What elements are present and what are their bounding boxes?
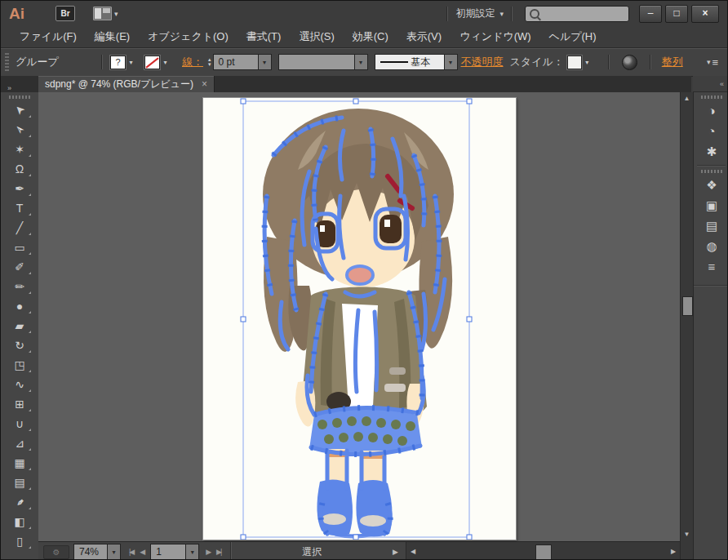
traced-artwork-object[interactable] xyxy=(203,98,516,540)
bridge-button[interactable]: Br xyxy=(55,6,75,21)
last-artboard-icon[interactable]: ▶| xyxy=(215,548,222,556)
artboard[interactable] xyxy=(202,97,517,540)
brush-definition-combo[interactable]: 基本 ▾ xyxy=(375,54,458,70)
menu-item[interactable]: 表示(V) xyxy=(397,26,451,47)
canvas-pasteboard[interactable] xyxy=(38,92,680,541)
blob-brush-tool[interactable]: ● xyxy=(6,296,33,316)
stroke-weight-stepper[interactable]: ▴ ▾ xyxy=(208,57,211,67)
direct-selection-tool[interactable]: ➢ xyxy=(6,120,33,140)
stroke-dropdown-icon[interactable]: ▾ xyxy=(160,56,171,69)
rotate-tool[interactable]: ↻ xyxy=(6,336,33,355)
zoom-level-combo[interactable]: 74% ▾ xyxy=(73,544,121,560)
menu-item[interactable]: ヘルプ(H) xyxy=(540,26,606,47)
scroll-up-icon[interactable]: ▲ xyxy=(681,92,693,105)
vertical-scrollbar[interactable]: ▲ ▼ xyxy=(680,92,693,541)
menu-item[interactable]: ファイル(F) xyxy=(11,26,86,47)
minimize-button[interactable]: – xyxy=(639,5,662,23)
edit-colors-panel[interactable]: ✱ xyxy=(694,141,728,162)
type-tool[interactable]: T xyxy=(6,198,33,218)
graphic-style-swatch[interactable] xyxy=(567,56,582,69)
search-input[interactable] xyxy=(539,9,628,19)
chevron-down-icon[interactable]: ▾ xyxy=(107,544,120,559)
lasso-tool[interactable]: Ω xyxy=(6,159,33,179)
close-button[interactable]: × xyxy=(691,5,719,23)
chevron-down-icon[interactable]: ▾ xyxy=(354,55,367,69)
stroke-panel[interactable]: ≡ xyxy=(694,256,728,277)
stroke-weight-combo[interactable]: 0 pt ▾ xyxy=(213,54,272,70)
first-artboard-icon[interactable]: |◀ xyxy=(127,548,135,556)
gradient-tool[interactable]: ▤ xyxy=(6,473,33,492)
style-dropdown-icon[interactable]: ▾ xyxy=(582,56,593,69)
fill-color-swatch[interactable]: ? xyxy=(110,56,126,69)
workspace-switcher[interactable]: 初期設定 ▾ xyxy=(455,7,504,20)
panel-drag-dots-icon[interactable] xyxy=(701,170,722,173)
transparency-panel[interactable]: ◍ xyxy=(694,236,728,256)
menu-item[interactable]: 編集(E) xyxy=(86,26,139,47)
eyedropper-tool-icon: ✒ xyxy=(13,496,27,509)
selection-tool[interactable]: ➤ xyxy=(6,100,33,120)
color-panel[interactable]: ◑ xyxy=(694,100,728,121)
control-panel-menu-button[interactable]: ▾ ≡ xyxy=(707,56,717,69)
free-transform-tool[interactable]: ⊞ xyxy=(6,394,33,414)
mesh-tool[interactable]: ▦ xyxy=(6,453,33,473)
menu-item[interactable]: オブジェクト(O) xyxy=(139,26,237,47)
chevron-down-icon[interactable]: ▾ xyxy=(185,544,198,559)
status-menu-icon[interactable]: ▶ xyxy=(393,548,406,556)
pen-tool[interactable]: ✒ xyxy=(6,179,33,198)
scroll-left-icon[interactable]: ◀ xyxy=(406,542,419,560)
pen-tool-icon: ✒ xyxy=(15,183,24,194)
paintbrush-tool[interactable]: ✐ xyxy=(6,257,33,277)
menu-item[interactable]: ウィンドウ(W) xyxy=(451,26,539,47)
fill-dropdown-icon[interactable]: ▾ xyxy=(126,56,136,69)
horizontal-scrollbar-thumb[interactable] xyxy=(535,544,552,560)
panel-drag-dots-icon[interactable] xyxy=(701,96,722,99)
dock-expand-button[interactable]: « xyxy=(693,76,728,92)
scale-tool[interactable]: ◳ xyxy=(6,355,33,375)
maximize-button[interactable]: □ xyxy=(665,5,688,23)
perspective-grid-tool[interactable]: ⊿ xyxy=(6,433,33,453)
stepper-down-icon[interactable]: ▾ xyxy=(208,62,211,67)
menu-item[interactable]: 選択(S) xyxy=(290,26,343,47)
artboards-panel[interactable]: ▣ xyxy=(694,195,728,216)
scroll-down-icon[interactable]: ▼ xyxy=(681,528,693,541)
panel-drag-dots-icon[interactable] xyxy=(9,96,30,99)
color-guide-panel[interactable]: ◔ xyxy=(694,121,728,141)
next-artboard-icon[interactable]: ▶ xyxy=(204,548,211,556)
chevron-down-icon[interactable]: ▾ xyxy=(444,55,457,69)
menu-item[interactable]: 効果(C) xyxy=(344,26,397,47)
stroke-color-swatch[interactable] xyxy=(144,56,160,69)
free-transform-tool-icon: ⊞ xyxy=(15,398,24,410)
menu-item[interactable]: 書式(T) xyxy=(237,26,291,47)
blend-tool[interactable]: ◧ xyxy=(6,512,33,531)
align-panel-link[interactable]: 整列 xyxy=(662,55,683,69)
status-options-button[interactable]: ⚙ xyxy=(43,545,69,559)
eyedropper-tool[interactable]: ✒ xyxy=(6,492,33,512)
variable-width-profile-combo[interactable]: ▾ xyxy=(278,54,368,70)
line-segment-tool[interactable]: ╱ xyxy=(6,218,33,238)
scroll-right-icon[interactable]: ▶ xyxy=(667,542,680,560)
width-tool[interactable]: ∿ xyxy=(6,375,33,394)
layers-panel[interactable]: ❖ xyxy=(694,175,728,195)
panel-grip-icon[interactable] xyxy=(5,53,9,71)
rectangle-tool[interactable]: ▭ xyxy=(6,238,33,257)
gradient-panel[interactable]: ▤ xyxy=(694,216,728,236)
opacity-panel-link[interactable]: 不透明度 xyxy=(461,55,504,69)
document-tab[interactable]: sdpng* @ 74% (RGB/プレビュー) × xyxy=(38,76,215,92)
vertical-scrollbar-thumb[interactable] xyxy=(682,296,693,316)
shape-builder-tool[interactable]: ∪ xyxy=(6,414,33,433)
horizontal-scrollbar[interactable]: ◀ ▶ xyxy=(406,542,680,560)
magic-wand-tool[interactable]: ✶ xyxy=(6,140,33,159)
symbol-sprayer-tool[interactable]: ▯ xyxy=(6,531,33,551)
recolor-artwork-icon[interactable] xyxy=(622,55,637,70)
stroke-panel-link[interactable]: 線： xyxy=(182,55,203,69)
chevron-down-icon[interactable]: ▾ xyxy=(258,55,271,69)
artboard-number-combo[interactable]: 1 ▾ xyxy=(150,544,199,560)
document-layout-button[interactable]: ▾ xyxy=(93,7,118,20)
previous-artboard-icon[interactable]: ◀ xyxy=(138,548,145,556)
pencil-tool[interactable]: ✏ xyxy=(6,277,33,296)
search-box[interactable] xyxy=(525,6,629,22)
eraser-tool[interactable]: ▰ xyxy=(6,316,33,336)
toolbar-collapse-icon[interactable]: » xyxy=(1,84,38,92)
scrollbar-corner xyxy=(680,541,693,560)
tab-close-icon[interactable]: × xyxy=(202,78,207,90)
